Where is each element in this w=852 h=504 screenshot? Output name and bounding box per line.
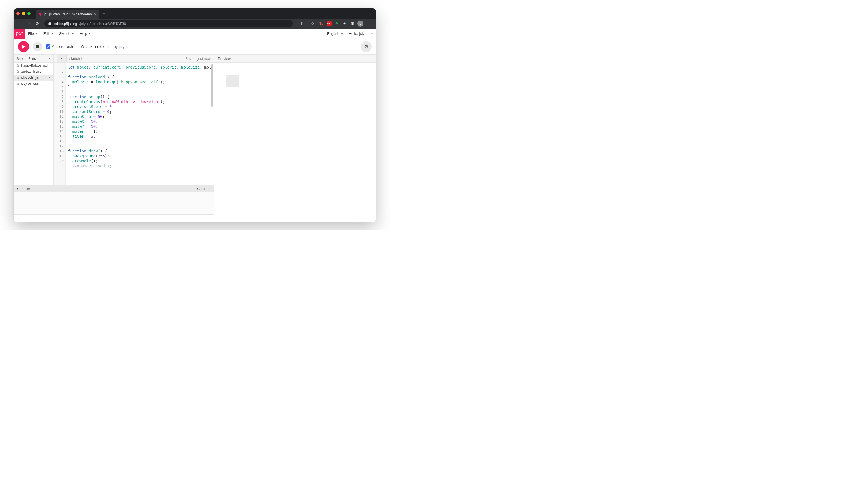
- chevron-down-icon: ⌄: [208, 187, 210, 191]
- auto-refresh-label: Auto-refresh: [52, 44, 73, 49]
- extension-tp-icon[interactable]: Tp: [319, 21, 324, 26]
- main-content: Sketch Files ▼ ‹ sketch.js Saved: just n…: [14, 54, 376, 222]
- browser-tab[interactable]: ✱ p5.js Web Editor | Whack-a-mo ×: [36, 10, 99, 19]
- window-maximize-icon[interactable]: [28, 12, 31, 15]
- line-gutter: 123▾4567▾89101112131415161718▾192021: [53, 62, 66, 185]
- caret-down-icon: ▼: [371, 32, 373, 35]
- new-tab-button[interactable]: +: [103, 11, 105, 16]
- window-minimize-icon[interactable]: [22, 12, 25, 15]
- file-item[interactable]: 🗋︎style.css: [14, 80, 53, 87]
- menu-language[interactable]: English▼: [325, 32, 346, 36]
- caret-down-icon: ▼: [89, 32, 91, 35]
- auto-refresh-toggle[interactable]: Auto-refresh: [46, 44, 73, 49]
- tab-close-icon[interactable]: ×: [94, 12, 96, 16]
- extension-flag-icon[interactable]: ⚑: [334, 21, 339, 26]
- browser-window: ✱ p5.js Web Editor | Whack-a-mo × + ⌄ ← …: [14, 8, 376, 222]
- collapse-sidebar-button[interactable]: ‹: [57, 55, 67, 62]
- caret-down-icon: ▼: [72, 32, 74, 35]
- lock-icon: 🔒︎: [48, 22, 52, 26]
- file-tree: 🗋︎happyBob…e.gif🗋︎index.html🗋︎sketch.js▾…: [14, 62, 53, 185]
- url-field[interactable]: 🔒︎ editor.p5js.org/jclync/sketches/dWrBT…: [45, 20, 293, 28]
- file-item[interactable]: 🗋︎index.html: [14, 69, 53, 75]
- caret-down-icon: ▼: [341, 32, 343, 35]
- caret-down-icon[interactable]: ▾: [49, 76, 51, 79]
- sketch-name[interactable]: Whack-a-mole ✎: [81, 44, 110, 49]
- console-header: Console Clear ⌄: [14, 185, 214, 193]
- bookmark-icon[interactable]: ☆: [309, 20, 316, 28]
- caret-down-icon: ▼: [51, 32, 53, 35]
- file-item[interactable]: 🗋︎happyBob…e.gif: [14, 62, 53, 69]
- preview-header: Preview: [214, 54, 376, 62]
- console-prompt-icon: ›: [17, 216, 19, 220]
- preview-sketch-output: [226, 75, 239, 88]
- browser-action-icons: ⇧ ☆ Tp ABP ⚑ ✦ ▣ J ⋮: [298, 20, 374, 28]
- url-path: /jclync/sketches/dWrBTAT36: [79, 22, 126, 26]
- editor-column: Sketch Files ▼ ‹ sketch.js Saved: just n…: [14, 54, 214, 222]
- url-host: editor.p5js.org: [54, 22, 77, 26]
- editor-scrollbar[interactable]: [211, 64, 213, 107]
- stop-icon: [36, 45, 39, 48]
- author-link[interactable]: jclync: [119, 44, 128, 49]
- browser-address-bar: ← → ⟳ 🔒︎ editor.p5js.org/jclync/sketches…: [14, 19, 376, 29]
- window-close-icon[interactable]: [16, 12, 20, 15]
- gear-icon: ⚙: [364, 43, 369, 50]
- sketch-author: by jclync: [114, 44, 128, 49]
- preview-canvas[interactable]: [214, 62, 376, 222]
- nav-back-button[interactable]: ←: [16, 20, 23, 28]
- run-button[interactable]: [18, 41, 29, 52]
- console-clear-button[interactable]: Clear ⌄: [197, 187, 210, 191]
- menu-help[interactable]: Help▼: [77, 32, 94, 36]
- app-menu-bar: p5* File▼ Edit▼ Sketch▼ Help▼ English▼ H…: [14, 29, 376, 39]
- profile-avatar[interactable]: J: [358, 21, 363, 26]
- console-label: Console: [17, 187, 30, 191]
- console-input[interactable]: ›: [14, 214, 214, 222]
- saved-status: Saved: just now: [185, 56, 210, 60]
- file-icon: 🗋︎: [16, 82, 19, 86]
- menu-edit[interactable]: Edit▼: [41, 32, 56, 36]
- menu-file[interactable]: File▼: [25, 32, 41, 36]
- file-item[interactable]: 🗋︎sketch.js▾: [14, 75, 53, 80]
- file-icon: 🗋︎: [16, 76, 19, 79]
- editor-header-row: Sketch Files ▼ ‹ sketch.js Saved: just n…: [14, 54, 214, 62]
- sketch-files-header[interactable]: Sketch Files ▼: [14, 54, 53, 62]
- extensions-puzzle-icon[interactable]: ✦: [342, 21, 347, 26]
- tab-favicon-icon: ✱: [38, 12, 42, 16]
- p5-logo[interactable]: p5*: [14, 29, 25, 39]
- editor-body-row: 🗋︎happyBob…e.gif🗋︎index.html🗋︎sketch.js▾…: [14, 62, 214, 185]
- svg-marker-0: [22, 45, 25, 49]
- caret-down-icon: ▼: [35, 32, 38, 35]
- console-body[interactable]: [14, 193, 214, 214]
- preview-column: Preview: [214, 54, 376, 222]
- window-controls: [16, 12, 31, 15]
- menu-sketch[interactable]: Sketch▼: [56, 32, 77, 36]
- tabs-overflow-icon[interactable]: ⌄: [369, 12, 372, 15]
- settings-button[interactable]: ⚙: [361, 41, 372, 52]
- file-icon: 🗋︎: [16, 70, 19, 73]
- side-panel-icon[interactable]: ▣: [350, 21, 355, 26]
- menu-greeting[interactable]: Hello, jclync!▼: [346, 32, 376, 36]
- tab-title: p5.js Web Editor | Whack-a-mo: [45, 12, 92, 16]
- browser-tab-bar: ✱ p5.js Web Editor | Whack-a-mo × + ⌄: [14, 8, 376, 19]
- caret-down-icon: ▼: [48, 57, 51, 60]
- stop-button[interactable]: [33, 42, 42, 51]
- kebab-menu-icon[interactable]: ⋮: [366, 20, 374, 28]
- sketch-toolbar: Auto-refresh Whack-a-mole ✎ by jclync ⚙: [14, 39, 376, 54]
- current-filename: sketch.js: [69, 56, 84, 60]
- file-icon: 🗋︎: [16, 64, 19, 68]
- nav-reload-button[interactable]: ⟳: [34, 20, 41, 28]
- editor-file-header: ‹ sketch.js Saved: just now: [53, 54, 214, 62]
- nav-forward-button[interactable]: →: [25, 20, 32, 28]
- auto-refresh-checkbox[interactable]: [46, 44, 50, 49]
- edit-pencil-icon[interactable]: ✎: [107, 45, 110, 49]
- extension-abp-icon[interactable]: ABP: [327, 21, 332, 26]
- play-icon: [22, 45, 25, 49]
- share-icon[interactable]: ⇧: [298, 20, 306, 28]
- code-editor[interactable]: 123▾4567▾89101112131415161718▾192021 let…: [53, 62, 214, 185]
- code-content[interactable]: let moles, currentScore, previousScore, …: [66, 62, 214, 185]
